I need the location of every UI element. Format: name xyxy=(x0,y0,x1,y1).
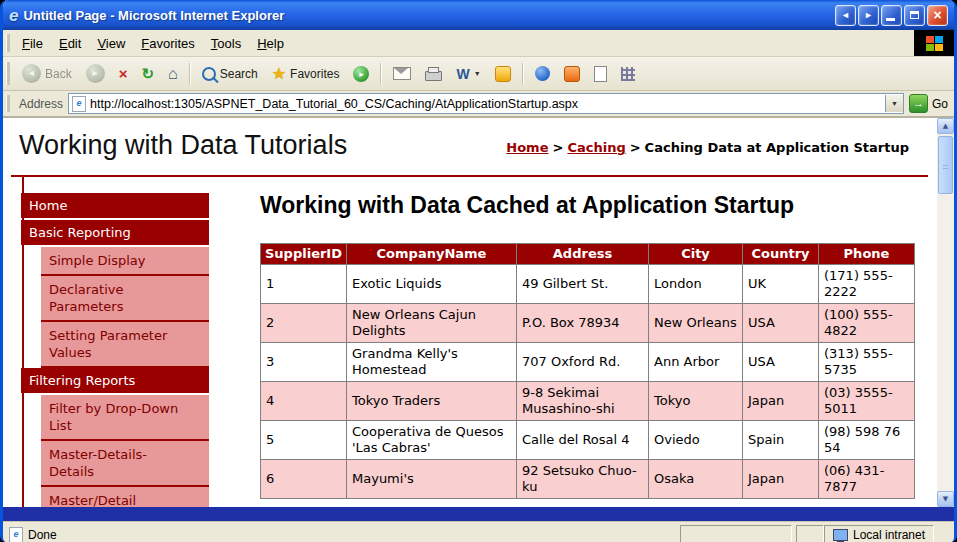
favorites-button[interactable]: ★ Favorites xyxy=(266,63,346,85)
print-button[interactable] xyxy=(419,63,448,84)
table-cell: 92 Setsuko Chuo-ku xyxy=(517,460,649,499)
table-cell: Cooperativa de Quesos 'Las Cabras' xyxy=(347,421,517,460)
table-row: 3 Grandma Kelly's Homestead 707 Oxford R… xyxy=(261,343,915,382)
sidebar-item-master-details-details[interactable]: Master-Details-Details xyxy=(41,441,209,487)
go-label: Go xyxy=(932,97,948,111)
addon-button-4[interactable] xyxy=(615,64,641,84)
messenger-button[interactable] xyxy=(489,63,517,85)
address-dropdown-button[interactable]: ▼ xyxy=(885,95,903,112)
refresh-button[interactable]: ↻ xyxy=(135,63,160,85)
media-button[interactable]: ▸ xyxy=(347,63,375,85)
window-extra-right-button[interactable]: ► xyxy=(858,5,879,26)
table-cell: Calle del Rosal 4 xyxy=(517,421,649,460)
search-icon xyxy=(202,67,216,81)
menu-edit[interactable]: Edit xyxy=(51,32,89,55)
menu-bar: File Edit View Favorites Tools Help xyxy=(3,30,954,57)
table-cell: Grandma Kelly's Homestead xyxy=(347,343,517,382)
table-row: 2 New Orleans Cajun Delights P.O. Box 78… xyxy=(261,304,915,343)
sidebar-nav: Home Basic Reporting Simple Display Decl… xyxy=(21,193,209,507)
table-cell: Tokyo xyxy=(649,382,743,421)
toolbar-grip[interactable] xyxy=(6,62,10,85)
forward-button[interactable]: ► xyxy=(80,61,111,86)
maximize-button[interactable] xyxy=(904,5,925,26)
status-left: e Done xyxy=(9,527,676,542)
menu-favorites[interactable]: Favorites xyxy=(133,32,202,55)
close-button[interactable]: × xyxy=(927,5,948,26)
breadcrumb-separator: > xyxy=(549,140,568,155)
status-bar: e Done Local intranet xyxy=(3,521,954,542)
column-header-country: Country xyxy=(743,244,819,265)
sidebar-item-simple-display[interactable]: Simple Display xyxy=(41,247,209,276)
sidebar-item-filtering-reports[interactable]: Filtering Reports xyxy=(21,368,209,393)
scroll-down-button[interactable]: ▼ xyxy=(937,491,954,507)
favorites-label: Favorites xyxy=(290,67,339,81)
sidebar-item-filter-by-dropdown-list[interactable]: Filter by Drop-Down List xyxy=(41,395,209,441)
sidebar-item-home[interactable]: Home xyxy=(21,193,209,218)
sidebar-item-declarative-parameters[interactable]: Declarative Parameters xyxy=(41,276,209,322)
windows-flag-icon xyxy=(926,36,943,51)
table-cell: (98) 598 76 54 xyxy=(819,421,915,460)
addon-button-3[interactable] xyxy=(588,63,613,85)
table-cell: Exotic Liquids xyxy=(347,265,517,304)
address-input[interactable] xyxy=(90,97,881,111)
table-cell: (100) 555-4822 xyxy=(819,304,915,343)
table-cell: Mayumi's xyxy=(347,460,517,499)
table-cell: Japan xyxy=(743,460,819,499)
scrollbar-thumb[interactable] xyxy=(938,136,953,194)
addon-button-1[interactable] xyxy=(529,63,556,84)
window-extra-left-icon: ◄ xyxy=(841,10,850,20)
menu-tools[interactable]: Tools xyxy=(203,32,249,55)
security-zone-label: Local intranet xyxy=(853,528,925,542)
breadcrumb-home-link[interactable]: Home xyxy=(506,140,548,155)
edit-button[interactable]: W ▼ xyxy=(450,63,486,85)
table-cell: (313) 555-5735 xyxy=(819,343,915,382)
menu-help[interactable]: Help xyxy=(249,32,292,55)
go-icon: → xyxy=(909,94,928,113)
addon-button-2[interactable] xyxy=(558,63,586,85)
status-page-icon: e xyxy=(9,527,23,542)
printer-icon xyxy=(425,71,442,81)
go-button[interactable]: → Go xyxy=(909,94,948,113)
menu-view[interactable]: View xyxy=(89,32,133,55)
address-field[interactable]: e ▼ xyxy=(68,93,904,114)
sidebar-item-master-detail-across[interactable]: Master/Detail Across xyxy=(41,487,209,507)
table-cell: USA xyxy=(743,304,819,343)
address-dropdown-icon: ▼ xyxy=(891,100,898,107)
menu-file[interactable]: File xyxy=(14,32,51,55)
mail-button[interactable] xyxy=(387,64,417,83)
table-cell: Ann Arbor xyxy=(649,343,743,382)
sidebar-item-basic-reporting[interactable]: Basic Reporting xyxy=(21,220,209,245)
search-button[interactable]: Search xyxy=(196,64,264,84)
close-icon: × xyxy=(933,7,941,23)
address-label: Address xyxy=(19,97,63,111)
back-label: Back xyxy=(45,67,72,81)
security-zone: Local intranet xyxy=(824,525,934,542)
addressbar-grip[interactable] xyxy=(6,95,10,113)
local-intranet-icon xyxy=(833,529,848,541)
scroll-up-button[interactable]: ▲ xyxy=(937,118,954,134)
window-extra-left-button[interactable]: ◄ xyxy=(835,5,856,26)
minimize-button[interactable] xyxy=(881,5,902,26)
home-button[interactable]: ⌂ xyxy=(162,63,184,85)
table-row: 1 Exotic Liquids 49 Gilbert St. London U… xyxy=(261,265,915,304)
table-cell: Osaka xyxy=(649,460,743,499)
table-cell: New Orleans xyxy=(649,304,743,343)
table-cell: 1 xyxy=(261,265,347,304)
vertical-scrollbar[interactable]: ▲ ▼ xyxy=(937,118,954,507)
forward-icon: ► xyxy=(86,64,105,83)
sidebar-item-setting-parameter-values[interactable]: Setting Parameter Values xyxy=(41,322,209,368)
ie-icon: e xyxy=(9,7,18,24)
breadcrumb-caching-link[interactable]: Caching xyxy=(567,140,625,155)
header-divider xyxy=(11,175,928,177)
home-icon: ⌂ xyxy=(168,66,178,82)
main-content: Working with Data Cached at Application … xyxy=(260,191,924,499)
windows-brand-logo xyxy=(914,30,954,56)
title-bar[interactable]: e Untitled Page - Microsoft Internet Exp… xyxy=(3,0,954,30)
back-button[interactable]: ◄ Back xyxy=(16,61,78,86)
table-cell: Oviedo xyxy=(649,421,743,460)
stop-button[interactable]: × xyxy=(113,63,134,85)
suppliers-table: SupplierID CompanyName Address City Coun… xyxy=(260,243,915,499)
menubar-grip[interactable] xyxy=(6,34,10,52)
edit-dropdown-icon: ▼ xyxy=(474,70,481,77)
status-text: Done xyxy=(28,528,57,542)
